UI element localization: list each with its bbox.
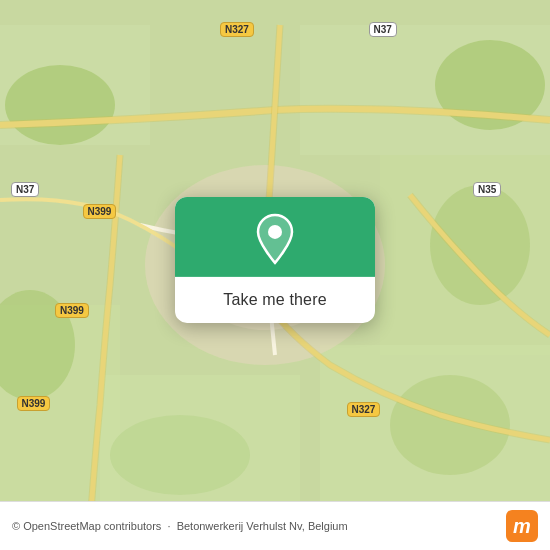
svg-point-9 bbox=[430, 185, 530, 305]
road-badge-n399-mid: N399 bbox=[83, 204, 117, 219]
popup-button-area[interactable]: Take me there bbox=[175, 277, 375, 323]
location-pin bbox=[253, 217, 297, 261]
location-name: Betonwerkerij Verhulst Nv bbox=[177, 520, 302, 532]
road-badge-n37-top: N37 bbox=[369, 22, 397, 37]
map-container: N327 N37 N37 N35 N399 N399 N399 N327 N32… bbox=[0, 0, 550, 550]
svg-point-12 bbox=[110, 415, 250, 495]
road-badge-n399-bottom: N399 bbox=[17, 396, 51, 411]
road-badge-n327-bottom: N327 bbox=[347, 402, 381, 417]
road-badge-n327-top: N327 bbox=[220, 22, 254, 37]
attribution-text: © OpenStreetMap contributors bbox=[12, 520, 161, 532]
svg-point-11 bbox=[390, 375, 510, 475]
moovit-logo: m bbox=[506, 510, 538, 542]
popup-card: Take me there bbox=[175, 197, 375, 323]
road-badge-n35: N35 bbox=[473, 182, 501, 197]
road-badge-n399-lower: N399 bbox=[55, 303, 89, 318]
moovit-icon: m bbox=[506, 510, 538, 542]
popup-header bbox=[175, 197, 375, 277]
svg-point-23 bbox=[268, 225, 282, 239]
take-me-there-button[interactable]: Take me there bbox=[223, 291, 326, 309]
road-badge-n37-left: N37 bbox=[11, 182, 39, 197]
moovit-letter: m bbox=[513, 515, 531, 538]
svg-point-7 bbox=[5, 65, 115, 145]
location-country: Belgium bbox=[308, 520, 348, 532]
footer: © OpenStreetMap contributors · Betonwerk… bbox=[0, 501, 550, 550]
footer-attribution: © OpenStreetMap contributors · Betonwerk… bbox=[12, 520, 348, 532]
